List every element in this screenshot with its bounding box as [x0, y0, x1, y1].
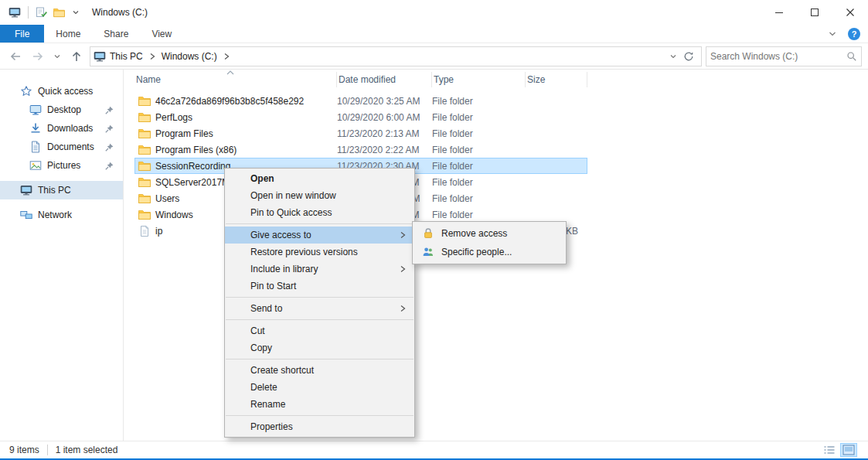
context-menu-item-give-access-to[interactable]: Give access to	[225, 227, 414, 244]
sidebar-item-this-pc[interactable]: This PC	[0, 181, 123, 199]
context-menu-item-pin-to-quick-access[interactable]: Pin to Quick access	[225, 204, 414, 221]
qat-dropdown-icon[interactable]	[67, 4, 84, 21]
titlebar: Windows (C:)	[0, 0, 868, 25]
folder-icon	[138, 128, 151, 140]
context-menu-item-include-in-library[interactable]: Include in library	[225, 261, 414, 278]
pin-icon	[103, 141, 115, 153]
column-headers: NameDate modifiedTypeSize	[124, 70, 868, 90]
ribbon-expand-icon[interactable]	[828, 29, 837, 39]
column-header-type[interactable]: Type	[432, 72, 526, 87]
sidebar-item-quick-access[interactable]: Quick access	[0, 82, 123, 101]
pictures-icon	[29, 159, 42, 172]
navigation-pane: Quick accessDesktopDownloadsDocumentsPic…	[0, 70, 124, 441]
sidebar-item-label: Quick access	[38, 86, 93, 97]
column-header-name[interactable]: Name	[134, 72, 337, 87]
submenu-item-label: Remove access	[441, 228, 507, 239]
breadcrumb-chevron-icon[interactable]	[221, 53, 232, 60]
sidebar-item-documents[interactable]: Documents	[0, 138, 123, 156]
file-name-cell: PerfLogs	[134, 111, 337, 124]
menu-item-label: Delete	[250, 382, 277, 393]
tab-home[interactable]: Home	[44, 25, 92, 43]
sidebar-item-label: Pictures	[47, 160, 80, 171]
address-dropdown-icon[interactable]	[667, 47, 679, 66]
sidebar-item-network[interactable]: Network	[0, 206, 123, 224]
give-access-submenu: Remove accessSpecific people...	[412, 221, 567, 264]
breadcrumb-item-this-pc[interactable]: This PC	[106, 51, 147, 62]
column-header-date-modified[interactable]: Date modified	[337, 72, 432, 87]
address-bar[interactable]: This PCWindows (C:)	[90, 46, 702, 66]
sidebar-item-downloads[interactable]: Downloads	[0, 119, 123, 138]
column-header-size[interactable]: Size	[526, 72, 587, 87]
large-icons-view-button[interactable]	[840, 443, 857, 457]
recent-locations-dropdown-icon[interactable]	[51, 47, 63, 66]
details-view-button[interactable]	[821, 443, 838, 457]
file-type: File folder	[432, 161, 526, 172]
file-date-modified: 11/23/2020 2:13 AM	[337, 128, 432, 139]
context-menu-item-cut[interactable]: Cut	[225, 322, 414, 339]
tab-file[interactable]: File	[0, 25, 44, 43]
folder-icon	[138, 95, 151, 107]
sidebar-item-pictures[interactable]: Pictures	[0, 156, 123, 175]
new-folder-icon[interactable]	[50, 4, 67, 21]
lock-icon	[422, 227, 434, 240]
menu-separator	[226, 223, 414, 224]
menu-item-label: Cut	[250, 325, 265, 336]
submenu-item-specific-people[interactable]: Specific people...	[413, 243, 566, 261]
file-row-program-files-x86[interactable]: Program Files (x86)11/23/2020 2:22 AMFil…	[134, 141, 587, 158]
file-name-cell: 46c2a726da869f96b3b8c5f458e292	[134, 95, 337, 107]
pin-icon	[103, 159, 115, 172]
context-menu-item-copy[interactable]: Copy	[225, 339, 414, 356]
context-menu-item-open-in-new-window[interactable]: Open in new window	[225, 187, 414, 204]
selection-count: 1 item selected	[56, 445, 118, 455]
file-type: File folder	[432, 128, 526, 139]
menu-item-label: Pin to Quick access	[250, 207, 332, 218]
location-icon	[94, 50, 106, 63]
context-menu-item-create-shortcut[interactable]: Create shortcut	[225, 362, 414, 379]
forward-button[interactable]	[29, 47, 47, 66]
submenu-item-remove-access[interactable]: Remove access	[413, 224, 566, 243]
context-menu-item-rename[interactable]: Rename	[225, 396, 414, 413]
menu-item-label: Open	[250, 173, 274, 184]
folder-icon	[138, 111, 151, 124]
context-menu: OpenOpen in new windowPin to Quick acces…	[224, 168, 415, 438]
file-name: Program Files (x86)	[155, 145, 237, 155]
maximize-button[interactable]	[797, 0, 832, 25]
file-row-46c2a726da869f96b3b8c5f458e292[interactable]: 46c2a726da869f96b3b8c5f458e29210/29/2020…	[134, 93, 587, 109]
help-button[interactable]: ?	[848, 28, 860, 40]
sidebar-item-desktop[interactable]: Desktop	[0, 101, 123, 119]
file-name: ip	[155, 226, 162, 237]
context-menu-item-open[interactable]: Open	[225, 170, 414, 187]
minimize-button[interactable]	[761, 0, 797, 25]
submenu-item-label: Specific people...	[441, 247, 512, 257]
desktop-icon	[29, 104, 42, 116]
breadcrumb-item-windows-c[interactable]: Windows (C:)	[158, 51, 221, 62]
sidebar-item-label: This PC	[38, 185, 71, 196]
properties-icon[interactable]	[33, 4, 50, 21]
context-menu-item-restore-previous-versions[interactable]: Restore previous versions	[225, 244, 414, 261]
search-icon[interactable]	[846, 51, 857, 62]
back-button[interactable]	[6, 47, 25, 66]
context-menu-item-pin-to-start[interactable]: Pin to Start	[225, 278, 414, 295]
up-button[interactable]	[67, 47, 86, 66]
tab-share[interactable]: Share	[92, 25, 140, 43]
pin-icon	[103, 122, 115, 135]
file-row-perflogs[interactable]: PerfLogs10/29/2020 6:00 AMFile folder	[134, 109, 587, 125]
folder-icon	[138, 193, 151, 205]
pin-icon	[103, 104, 115, 116]
context-menu-item-properties[interactable]: Properties	[225, 418, 414, 435]
folder-icon	[138, 209, 151, 221]
close-button[interactable]	[832, 0, 868, 25]
context-menu-item-delete[interactable]: Delete	[225, 379, 414, 396]
file-type: File folder	[432, 145, 526, 155]
context-menu-item-send-to[interactable]: Send to	[225, 300, 414, 317]
menu-item-label: Restore previous versions	[250, 247, 358, 257]
search-input[interactable]	[710, 51, 846, 62]
submenu-arrow-icon	[399, 231, 407, 239]
breadcrumb-chevron-icon[interactable]	[147, 53, 158, 60]
file-date-modified: 10/29/2020 3:25 AM	[337, 96, 432, 107]
file-row-program-files[interactable]: Program Files11/23/2020 2:13 AMFile fold…	[134, 125, 587, 141]
menu-separator	[226, 359, 414, 359]
refresh-button[interactable]	[679, 47, 698, 66]
sidebar-item-label: Desktop	[47, 104, 81, 115]
tab-view[interactable]: View	[140, 25, 183, 43]
